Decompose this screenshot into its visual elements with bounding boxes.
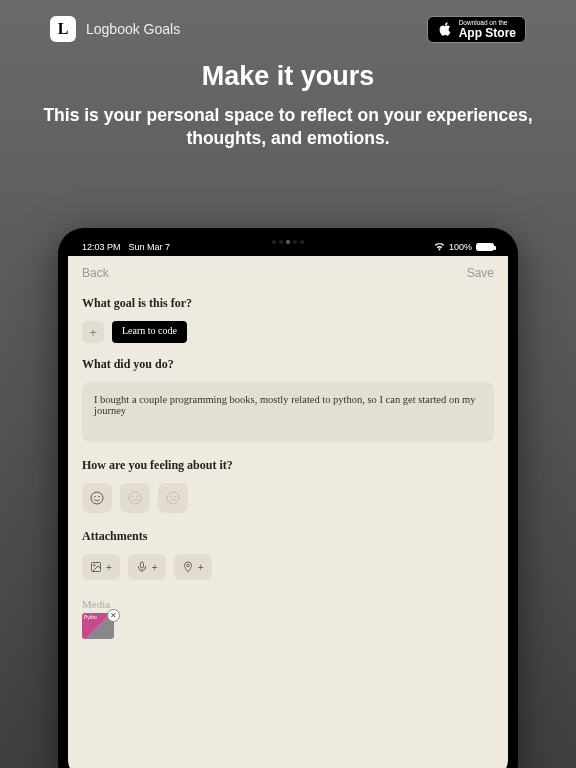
attach-row: + + + bbox=[82, 554, 494, 580]
attach-location-button[interactable]: + bbox=[174, 554, 212, 580]
svg-point-3 bbox=[129, 492, 141, 504]
attach-image-button[interactable]: + bbox=[82, 554, 120, 580]
sad-face-icon bbox=[165, 490, 181, 506]
feel-neutral-button[interactable] bbox=[120, 483, 150, 513]
statusbar-time: 12:03 PM bbox=[82, 242, 121, 252]
hero-subtitle: This is your personal space to reflect o… bbox=[40, 104, 536, 151]
statusbar-date: Sun Mar 7 bbox=[129, 242, 171, 252]
battery-icon bbox=[476, 243, 494, 251]
svg-point-0 bbox=[91, 492, 103, 504]
remove-media-button[interactable]: ✕ bbox=[107, 609, 120, 622]
attach-section-title: Attachments bbox=[82, 529, 494, 544]
feel-happy-button[interactable] bbox=[82, 483, 112, 513]
svg-point-13 bbox=[186, 564, 189, 567]
back-button[interactable]: Back bbox=[82, 266, 109, 280]
location-icon bbox=[182, 561, 194, 573]
app-label: L Logbook Goals bbox=[50, 16, 180, 42]
mic-icon bbox=[136, 561, 148, 573]
attach-audio-button[interactable]: + bbox=[128, 554, 166, 580]
svg-point-2 bbox=[99, 496, 100, 497]
neutral-face-icon bbox=[127, 490, 143, 506]
save-button[interactable]: Save bbox=[467, 266, 494, 280]
svg-point-4 bbox=[133, 496, 134, 497]
svg-point-1 bbox=[95, 496, 96, 497]
app-icon: L bbox=[50, 16, 76, 42]
svg-point-9 bbox=[175, 496, 176, 497]
appstore-button[interactable]: Download on the App Store bbox=[427, 16, 526, 43]
battery-percent: 100% bbox=[449, 242, 472, 252]
svg-point-7 bbox=[167, 492, 179, 504]
goal-section-title: What goal is this for? bbox=[82, 296, 494, 311]
svg-point-11 bbox=[94, 565, 96, 567]
hero-title: Make it yours bbox=[40, 61, 536, 92]
did-textbox[interactable]: I bought a couple programming books, mos… bbox=[82, 382, 494, 442]
did-section-title: What did you do? bbox=[82, 357, 494, 372]
svg-point-5 bbox=[137, 496, 138, 497]
happy-face-icon bbox=[89, 490, 105, 506]
wifi-icon bbox=[434, 243, 445, 251]
appstore-text: Download on the App Store bbox=[459, 20, 516, 39]
hero: Make it yours This is your personal spac… bbox=[0, 51, 576, 171]
add-goal-button[interactable]: + bbox=[82, 321, 104, 343]
media-label: Media bbox=[82, 598, 494, 610]
ipad-device: 12:03 PM Sun Mar 7 100% Back Save What g… bbox=[58, 228, 518, 768]
topbar: L Logbook Goals Download on the App Stor… bbox=[0, 0, 576, 51]
media-thumbnail[interactable]: ✕ bbox=[82, 613, 116, 641]
app-name: Logbook Goals bbox=[86, 21, 180, 37]
goal-row: + Learn to code bbox=[82, 321, 494, 343]
feel-sad-button[interactable] bbox=[158, 483, 188, 513]
feel-row bbox=[82, 483, 494, 513]
feel-section-title: How are you feeling about it? bbox=[82, 458, 494, 473]
svg-point-8 bbox=[171, 496, 172, 497]
image-icon bbox=[90, 561, 102, 573]
svg-rect-12 bbox=[140, 562, 143, 568]
goal-tag[interactable]: Learn to code bbox=[112, 321, 187, 343]
apple-icon bbox=[437, 21, 453, 37]
app-screen: Back Save What goal is this for? + Learn… bbox=[68, 256, 508, 768]
navbar: Back Save bbox=[68, 256, 508, 290]
content: What goal is this for? + Learn to code W… bbox=[68, 290, 508, 647]
camera-notch bbox=[248, 238, 328, 246]
device-screen: 12:03 PM Sun Mar 7 100% Back Save What g… bbox=[68, 238, 508, 768]
